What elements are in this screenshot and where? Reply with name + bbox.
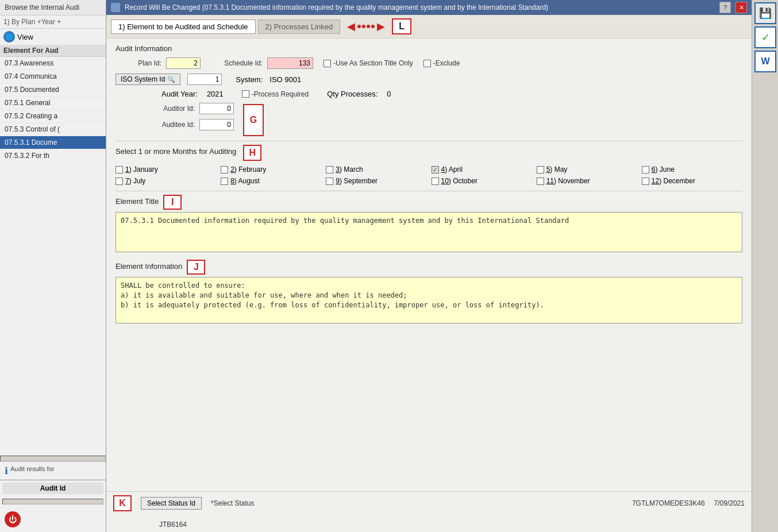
save-icon: 💾 bbox=[759, 7, 772, 20]
sidebar-item-5[interactable]: 07.5.3 Control of ( bbox=[0, 123, 106, 136]
status-code: 7GTLM7OMEDES3K46 bbox=[632, 499, 705, 507]
element-info-label: Element Information bbox=[115, 262, 182, 271]
app-icon bbox=[111, 3, 120, 12]
january-checkbox[interactable] bbox=[115, 166, 123, 174]
october-checkbox[interactable] bbox=[432, 178, 439, 185]
process-required-checkbox[interactable]: -Process Required bbox=[242, 90, 309, 98]
status-date: 7/09/2021 bbox=[714, 499, 745, 507]
exclude-label: -Exclude bbox=[433, 59, 460, 67]
plan-id-label: Plan Id: bbox=[115, 59, 161, 67]
february-checkbox[interactable] bbox=[221, 166, 228, 174]
sidebar-view[interactable]: 🌐 View bbox=[0, 29, 106, 45]
october-label: 10) October bbox=[441, 177, 477, 185]
title-bar: Record Will Be Changed (07.5.3.1 Documen… bbox=[106, 0, 752, 15]
month-april[interactable]: ✓ 4) April bbox=[432, 165, 532, 174]
month-february[interactable]: 2) February bbox=[221, 165, 321, 174]
september-label: 9) September bbox=[336, 177, 378, 185]
confirm-button[interactable]: ✓ bbox=[754, 26, 776, 48]
month-december[interactable]: 12) December bbox=[642, 177, 742, 185]
iso-system-id-text: ISO System Id bbox=[121, 75, 165, 83]
month-october[interactable]: 10) October bbox=[432, 177, 532, 185]
process-required-box[interactable] bbox=[242, 90, 249, 98]
system-label: System: bbox=[236, 75, 263, 84]
june-checkbox[interactable] bbox=[642, 166, 649, 174]
sidebar-list-header: Element For Aud bbox=[0, 45, 106, 57]
element-info-textarea[interactable] bbox=[115, 277, 742, 323]
annotation-J: J bbox=[187, 260, 205, 275]
month-september[interactable]: 9) September bbox=[326, 177, 426, 185]
sidebar-item-0[interactable]: 07.3 Awareness bbox=[0, 57, 106, 70]
save-button[interactable]: 💾 bbox=[754, 2, 776, 24]
iso-system-id-input[interactable] bbox=[187, 74, 222, 85]
sidebar-info: ℹ Audit results for bbox=[0, 461, 106, 480]
march-label: 3) March bbox=[336, 165, 363, 174]
annotation-I: I bbox=[163, 195, 182, 210]
tab-2[interactable]: 2) Processes Linked bbox=[258, 20, 341, 34]
element-title-textarea[interactable] bbox=[115, 212, 742, 252]
sidebar-bottom-scrollbar[interactable] bbox=[2, 499, 103, 504]
qty-processes-value: 0 bbox=[387, 90, 391, 98]
tab-1[interactable]: 1) Element to be Audited and Schedule bbox=[111, 20, 256, 34]
word-icon: W bbox=[761, 56, 769, 67]
may-checkbox[interactable] bbox=[537, 166, 544, 174]
exclude-box[interactable] bbox=[423, 60, 431, 67]
sidebar-item-7[interactable]: 07.5.3.2 For th bbox=[0, 149, 106, 163]
months-grid: 1) January 2) February 3) March ✓ bbox=[115, 165, 742, 185]
september-checkbox[interactable] bbox=[326, 178, 333, 185]
audit-id-section: Audit Id bbox=[0, 480, 106, 496]
sidebar-scrollbar[interactable] bbox=[0, 456, 106, 461]
sidebar-item-6[interactable]: 07.5.3.1 Docume bbox=[0, 136, 106, 149]
dot-2 bbox=[362, 25, 365, 28]
schedule-id-input[interactable] bbox=[267, 57, 313, 69]
month-july[interactable]: 7) July bbox=[115, 177, 216, 185]
auditor-id-input[interactable] bbox=[199, 103, 234, 114]
arrow-right-icon: ▶ bbox=[377, 20, 385, 33]
month-may[interactable]: 5) May bbox=[537, 165, 637, 174]
use-as-section-title-label: -Use As Section Title Only bbox=[333, 59, 413, 67]
select-status-text: *Select Status bbox=[211, 499, 254, 507]
month-august[interactable]: 8) August bbox=[221, 177, 321, 185]
content-panel: Audit Information Plan Id: Schedule Id: … bbox=[106, 38, 752, 491]
power-button[interactable]: ⏻ bbox=[5, 511, 21, 527]
process-required-label: -Process Required bbox=[252, 90, 309, 98]
tab-bar: 1) Element to be Audited and Schedule 2)… bbox=[106, 15, 752, 38]
system-value: ISO 9001 bbox=[269, 75, 301, 84]
schedule-id-label: Schedule Id: bbox=[217, 59, 263, 67]
sidebar-item-3[interactable]: 07.5.1 General bbox=[0, 97, 106, 110]
month-november[interactable]: 11) November bbox=[537, 177, 637, 185]
august-checkbox[interactable] bbox=[221, 178, 228, 185]
december-checkbox[interactable] bbox=[642, 178, 649, 185]
auditor-id-row: Auditor Id: bbox=[143, 103, 234, 114]
check-icon: ✓ bbox=[761, 31, 770, 44]
info-text: Audit results for bbox=[10, 465, 54, 472]
auditee-id-label: Auditee Id: bbox=[143, 121, 195, 129]
month-march[interactable]: 3) March bbox=[326, 165, 426, 174]
month-january[interactable]: 1) January bbox=[115, 165, 216, 174]
november-checkbox[interactable] bbox=[537, 178, 544, 185]
arrow-group: ◀ ▶ bbox=[347, 20, 385, 33]
november-label: 11) November bbox=[546, 177, 590, 185]
months-title: Select 1 or more Months for Auditing bbox=[115, 147, 236, 156]
auditee-id-input[interactable] bbox=[199, 119, 234, 130]
annotation-K: K bbox=[113, 495, 132, 511]
sidebar-item-2[interactable]: 07.5 Documented bbox=[0, 83, 106, 97]
word-button[interactable]: W bbox=[754, 51, 776, 72]
close-button[interactable]: ✕ bbox=[735, 2, 747, 13]
march-checkbox[interactable] bbox=[326, 166, 333, 174]
plan-id-input[interactable] bbox=[166, 57, 201, 69]
month-june[interactable]: 6) June bbox=[642, 165, 742, 174]
iso-system-id-button[interactable]: ISO System Id 🔍 bbox=[115, 74, 180, 85]
use-as-section-title-box[interactable] bbox=[323, 60, 331, 67]
arrow-left-icon: ◀ bbox=[347, 20, 355, 33]
sidebar-item-4[interactable]: 07.5.2 Creating a bbox=[0, 110, 106, 123]
april-checkbox[interactable]: ✓ bbox=[432, 166, 439, 174]
exclude-checkbox[interactable]: -Exclude bbox=[423, 59, 460, 67]
sidebar-item-1[interactable]: 07.4 Communica bbox=[0, 70, 106, 83]
help-button[interactable]: ? bbox=[719, 2, 731, 13]
use-as-section-title-checkbox[interactable]: -Use As Section Title Only bbox=[323, 59, 413, 67]
select-status-button[interactable]: Select Status Id bbox=[141, 497, 202, 510]
months-section: Select 1 or more Months for Auditing H 1… bbox=[115, 145, 742, 185]
april-label: 4) April bbox=[441, 165, 463, 174]
july-checkbox[interactable] bbox=[115, 178, 123, 185]
view-label[interactable]: View bbox=[17, 33, 33, 41]
